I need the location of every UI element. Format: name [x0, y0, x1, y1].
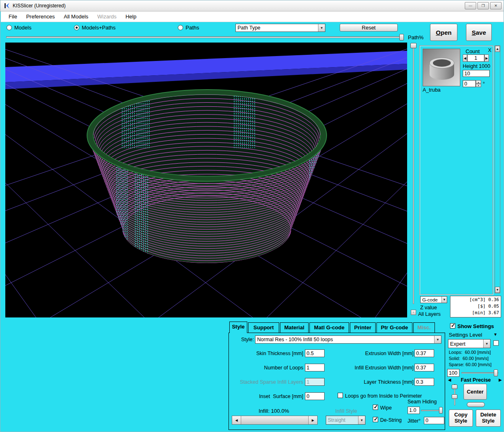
- save-button[interactable]: Save: [466, 24, 492, 41]
- platform-position-pill[interactable]: [467, 402, 485, 407]
- radio-models-paths-circle[interactable]: [74, 25, 79, 30]
- seam-hiding-slider-track[interactable]: [421, 410, 441, 411]
- settings-color-swatch[interactable]: [493, 340, 499, 346]
- path-percent-slider-thumb[interactable]: [399, 34, 404, 40]
- scroll-up-icon[interactable]: ▲: [495, 46, 500, 52]
- slider-left-icon[interactable]: ◀: [232, 416, 241, 424]
- infill-slider[interactable]: ◀ ▶: [232, 416, 318, 425]
- precise-arrow-icon[interactable]: ▶: [499, 378, 502, 382]
- center-button[interactable]: Center: [464, 384, 487, 400]
- seam-hiding-label: Seam Hiding: [408, 399, 437, 405]
- layer-thickness-field[interactable]: 0.3: [414, 378, 434, 386]
- fast-arrow-icon[interactable]: ◀: [448, 378, 451, 382]
- slider-right-icon[interactable]: ▶: [308, 416, 317, 424]
- menu-all-models[interactable]: All Models: [59, 11, 93, 22]
- radio-models-circle[interactable]: [7, 25, 12, 30]
- minimize-button[interactable]: —: [465, 2, 476, 9]
- height-field[interactable]: 10: [463, 70, 490, 77]
- chevron-down-icon[interactable]: ▼: [434, 336, 441, 343]
- loops-inside-checkbox[interactable]: [338, 393, 343, 398]
- infill-extrusion-width-label: Infill Extrusion Width [mm]: [327, 365, 414, 371]
- fast-precise-label: Fast Precise: [454, 377, 497, 383]
- spinner-down-icon[interactable]: ▼: [476, 84, 481, 87]
- chevron-down-icon[interactable]: ▼: [483, 340, 490, 348]
- inset-surface-field[interactable]: 0: [305, 392, 325, 400]
- radio-paths-circle[interactable]: [178, 25, 183, 30]
- scroll-down-icon[interactable]: ▼: [495, 287, 500, 293]
- menu-help[interactable]: Help: [121, 11, 141, 22]
- open-button[interactable]: Open: [430, 24, 457, 41]
- radio-paths[interactable]: Paths: [178, 25, 199, 31]
- radio-models-paths[interactable]: Models+Paths: [74, 25, 116, 31]
- style-label: Style:: [241, 337, 254, 342]
- infill-style-label: Infill Style: [326, 408, 367, 414]
- layer-range-button[interactable]: ▫: [411, 310, 416, 315]
- number-of-loops-field[interactable]: 1: [305, 364, 325, 371]
- menu-wizards: Wizards: [93, 11, 121, 22]
- tab-material[interactable]: Material: [280, 322, 309, 333]
- reset-button[interactable]: Reset: [340, 24, 398, 32]
- tab-matl-gcode[interactable]: Matl G-code: [309, 322, 349, 333]
- all-layers-label: All Layers: [418, 311, 441, 317]
- count-field[interactable]: 1: [467, 54, 484, 62]
- seam-hiding-value[interactable]: 1.0: [408, 407, 420, 414]
- rotation-spinner[interactable]: ▲ ▼: [476, 80, 481, 87]
- stacked-sparse-infill-field: 1: [305, 378, 325, 386]
- seam-hiding-slider-thumb[interactable]: [439, 407, 443, 414]
- layer-thickness-label: Layer Thickness [mm]: [327, 379, 414, 385]
- spinner-up-icon[interactable]: ▲: [476, 80, 481, 84]
- kisslicer-window: KISSlicer (Unregistered) — ❐ ✕ File Pref…: [0, 0, 504, 432]
- menu-file[interactable]: File: [4, 11, 22, 22]
- speed-value-field[interactable]: 100: [447, 369, 459, 377]
- app-icon: [4, 2, 10, 9]
- copy-style-button[interactable]: Copy Style: [449, 410, 473, 427]
- infill-extrusion-width-field[interactable]: 0.37: [414, 364, 434, 371]
- chevron-down-icon[interactable]: ▼: [318, 24, 325, 32]
- loops-inside-label: Loops go from Inside to Perimeter: [345, 393, 422, 399]
- settings-level-label: Settings Level: [449, 332, 482, 338]
- tab-printer[interactable]: Printer: [350, 322, 376, 333]
- model-list-scrollbar[interactable]: ▲ ▼: [495, 45, 500, 293]
- chevron-down-icon[interactable]: ▼: [441, 297, 447, 303]
- z-slider-track[interactable]: [413, 44, 414, 304]
- extrusion-width-field[interactable]: 0.37: [414, 349, 434, 357]
- skin-thickness-field[interactable]: 0.5: [305, 349, 325, 357]
- wipe-checkbox[interactable]: [373, 405, 378, 410]
- tab-support[interactable]: Support: [248, 322, 279, 333]
- model-list-panel: X Count ◀ 1 ▶ Height 1000 10 0 ▲ ▼ ° A_t…: [419, 45, 493, 295]
- title-bar[interactable]: KISSlicer (Unregistered) — ❐ ✕: [0, 0, 504, 11]
- gcode-dropdown[interactable]: G-code ▼: [420, 296, 447, 303]
- height-label: Height 1000: [463, 63, 490, 69]
- radio-models-paths-label: Models+Paths: [82, 25, 116, 31]
- path-percent-slider-track[interactable]: [6, 36, 403, 38]
- settings-level-dropdown[interactable]: Expert ▼: [448, 339, 491, 348]
- z-slider-thumb[interactable]: [410, 43, 417, 48]
- remove-model-button[interactable]: X: [488, 47, 491, 53]
- path-type-dropdown[interactable]: Path Type ▼: [235, 24, 325, 32]
- destring-checkbox[interactable]: [373, 417, 378, 422]
- speed-slider-track[interactable]: [461, 372, 498, 374]
- rotation-field[interactable]: 0: [463, 80, 476, 87]
- count-increment-button[interactable]: ▶: [484, 54, 489, 62]
- delete-style-button[interactable]: Delete Style: [476, 410, 501, 427]
- style-preset-dropdown[interactable]: Normal Res - 100% Infill 50 loops ▼: [255, 335, 441, 344]
- infill-slider-thumb[interactable]: [241, 416, 308, 424]
- fine-tune-slider-thumb-top[interactable]: [452, 385, 457, 389]
- show-settings-checkbox[interactable]: [450, 323, 455, 328]
- tab-style[interactable]: Style: [229, 322, 247, 333]
- model-thumbnail[interactable]: [423, 49, 460, 86]
- restore-button[interactable]: ❐: [477, 2, 489, 9]
- 3d-viewport[interactable]: [5, 43, 407, 317]
- menu-preferences[interactable]: Preferences: [22, 11, 59, 22]
- count-label: Count: [466, 48, 480, 54]
- speed-summary: Loops: 60.00 [mm/s] Solid: 60.00 [mm/s] …: [449, 349, 492, 368]
- radio-models[interactable]: Models: [7, 25, 31, 31]
- close-button[interactable]: ✕: [490, 2, 502, 9]
- jitter-field[interactable]: 0: [424, 417, 444, 424]
- settings-level-arrow-icon[interactable]: ▼: [493, 332, 497, 337]
- speed-slider-thumb[interactable]: [494, 369, 498, 376]
- count-decrement-button[interactable]: ◀: [463, 54, 467, 62]
- tab-ptr-gcode[interactable]: Ptr G-code: [376, 322, 412, 333]
- model-name-label[interactable]: A_truba: [423, 87, 441, 93]
- fine-tune-slider-thumb[interactable]: [452, 394, 457, 399]
